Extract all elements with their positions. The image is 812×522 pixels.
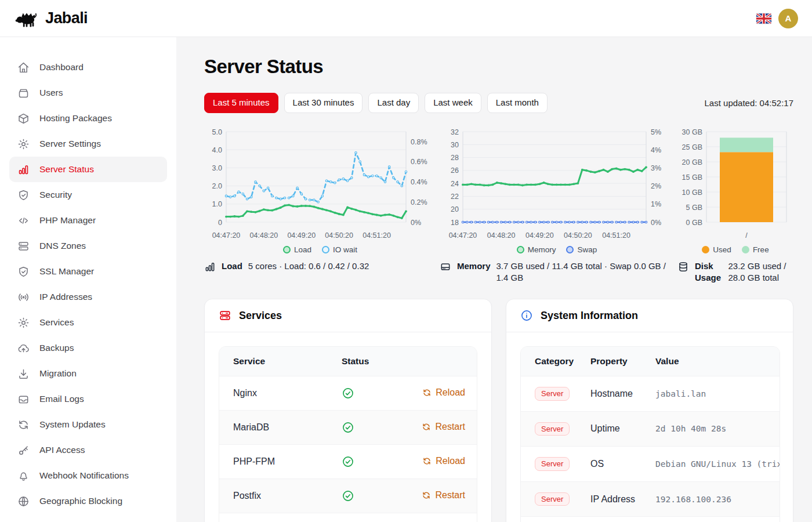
tab-last-week[interactable]: Last week [425,93,481,113]
language-switcher[interactable] [756,13,771,24]
check-circle-icon [342,455,354,468]
sidebar-item-label: SSL Manager [39,266,94,277]
sidebar-item-ip-addresses[interactable]: IP Addresses [9,284,167,310]
sidebar-item-migration[interactable]: Migration [9,361,167,386]
sidebar-item-email-logs[interactable]: Email Logs [9,386,167,412]
code-icon [17,215,30,227]
sidebar-item-php-manager[interactable]: PHP Manager [9,208,167,233]
charts-row: 5.04.03.02.01.000.8%0.6%0.4%0.2%0%04:47:… [204,126,793,256]
tab-last-30-minutes[interactable]: Last 30 minutes [284,93,363,113]
service-action-reload[interactable]: Reload [422,456,465,466]
stat-label: Disk Usage [695,260,722,284]
load-chart-container: 5.04.03.02.01.000.8%0.6%0.4%0.2%0%04:47:… [204,126,436,256]
legend-label: Used [713,245,731,254]
svg-text:20 GB: 20 GB [682,158,702,166]
avatar[interactable]: A [778,9,798,28]
sidebar-item-backups[interactable]: Backups [9,335,167,361]
sidebar-item-server-status[interactable]: Server Status [9,157,167,182]
service-status [342,411,411,445]
services-panel-body: ServiceStatusNginxReloadMariaDBRestartPH… [205,332,491,522]
column-header-service: Service [219,347,342,376]
stat-memory: Memory3.7 GB used / 11.4 GB total · Swap… [440,260,674,284]
table-row: MariaDBRestart [219,411,477,445]
service-action-reload[interactable]: Reload [422,387,465,398]
svg-text:0.6%: 0.6% [411,158,427,166]
property-value: 2d 10h 40m 28s [655,424,726,433]
sidebar-item-hosting-packages[interactable]: Hosting Packages [9,106,167,131]
svg-text:0.2%: 0.2% [411,198,427,206]
table-row: PostfixRestart [219,479,477,513]
service-name: MariaDB [219,411,342,445]
check-circle-icon [342,490,354,502]
sidebar-item-webhook-notifications[interactable]: Webhook Notifications [9,463,167,488]
cloud-upload-icon [17,342,30,354]
category-cell: Server [521,481,590,517]
service-name: Postfix [219,479,342,513]
sidebar-item-dashboard[interactable]: Dashboard [9,55,167,80]
panels-row: Services ServiceStatusNginxReloadMariaDB… [204,299,793,522]
sidebar-item-label: Dashboard [39,62,84,72]
table-row: ServerIP Address192.168.100.236 [521,481,780,517]
legend-item-io-wait: IO wait [322,245,357,254]
refresh-small-icon [422,456,432,466]
stats-row: Load5 cores · Load: 0.6 / 0.42 / 0.32Mem… [204,260,793,284]
svg-text:0%: 0% [651,218,661,226]
check-circle-icon [342,421,354,434]
refresh-small-icon [422,422,431,432]
legend-swatch [517,246,524,253]
download-icon [17,368,30,380]
legend-label: Memory [528,245,556,254]
svg-text:04:50:20: 04:50:20 [325,231,353,240]
avatar-label: A [785,13,792,23]
server-stack-icon [17,240,30,252]
legend-swatch [283,246,291,253]
svg-text:04:51:20: 04:51:20 [362,231,391,240]
svg-text:/: / [745,231,748,240]
property-cell: OS [590,447,655,482]
sidebar-item-users[interactable]: Users [9,80,167,106]
service-action-cell: Reload [411,445,477,479]
tab-last-day[interactable]: Last day [368,93,419,113]
brand[interactable]: Jabali [14,9,88,28]
service-action-label: Restart [435,490,465,501]
sidebar-item-services[interactable]: Services [9,310,167,335]
database-icon [677,261,689,273]
tab-last-5-minutes[interactable]: Last 5 minutes [204,93,278,113]
svg-text:4.0: 4.0 [212,146,222,154]
svg-text:3%: 3% [651,164,661,172]
service-name: Dovecot [219,513,342,522]
sidebar-item-system-updates[interactable]: System Updates [9,412,167,437]
sidebar-item-dns-zones[interactable]: DNS Zones [9,233,167,259]
category-cell: Server [521,447,590,482]
legend-item-free: Free [742,245,769,254]
inbox-icon [17,393,30,405]
shield-check-icon [17,266,30,278]
service-action-label: Reload [436,456,465,466]
sidebar-item-server-settings[interactable]: Server Settings [9,131,167,157]
service-action-restart[interactable]: Restart [422,422,465,432]
sidebar-item-label: Geographic Blocking [39,496,122,506]
svg-text:04:47:20: 04:47:20 [449,231,477,240]
stat-value: 23.2 GB used / 28.0 GB total [728,260,793,284]
svg-text:5 GB: 5 GB [686,203,703,211]
tab-last-month[interactable]: Last month [487,93,548,113]
services-table-wrap: ServiceStatusNginxReloadMariaDBRestartPH… [219,346,477,522]
sidebar-item-api-access[interactable]: API Access [9,437,167,463]
category-cell: Server [521,517,590,522]
sidebar-item-security[interactable]: Security [9,182,167,208]
sidebar-item-geographic-blocking[interactable]: Geographic Blocking [9,488,167,514]
disk-usage-chart-legend: UsedFree [677,245,793,256]
stat-load: Load5 cores · Load: 0.6 / 0.42 / 0.32 [204,260,436,284]
sidebar-item-label: API Access [39,445,85,455]
sidebar-item-label: Webhook Notifications [39,470,129,481]
sidebar-item-label: Users [39,88,63,98]
sidebar-item-ssl-manager[interactable]: SSL Manager [9,259,167,284]
svg-text:10 GB: 10 GB [682,188,702,196]
system-info-table: CategoryPropertyValueServerHostnamejabal… [521,347,780,522]
svg-text:2.0: 2.0 [212,182,222,190]
sidebar-item-label: Hosting Packages [39,113,112,124]
service-action-restart[interactable]: Restart [422,490,465,501]
table-row: ServerOSDebian GNU/Linux 13 (trixie) [521,447,780,482]
svg-text:30 GB: 30 GB [682,128,702,136]
svg-text:18: 18 [451,218,459,226]
